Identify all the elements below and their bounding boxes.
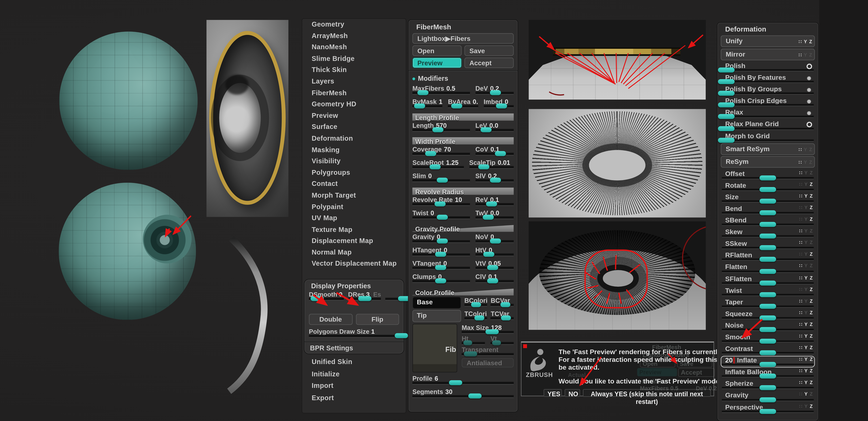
- axis-toggle-icons[interactable]: ∷YZ: [799, 357, 813, 362]
- fiber-texture-swatch[interactable]: Fib: [412, 324, 457, 373]
- slider-twist-handle[interactable]: [437, 215, 448, 220]
- slider-gravity-track[interactable]: [412, 240, 470, 243]
- skew-handle[interactable]: [760, 234, 776, 239]
- slider-scaletip[interactable]: ScaleTip0.01: [469, 159, 514, 172]
- polish-by-features-track[interactable]: [722, 81, 814, 83]
- spherize-slider[interactable]: Spherize∷YZ: [721, 379, 815, 391]
- profile-handle[interactable]: [449, 380, 462, 385]
- slider-byarea[interactable]: ByArea0.5: [448, 98, 478, 111]
- flatten-track[interactable]: [722, 270, 814, 272]
- slider-coverage[interactable]: Coverage70: [412, 145, 470, 158]
- vt-handle[interactable]: [492, 341, 501, 346]
- smooth-slider[interactable]: Smooth∷YZ: [721, 332, 815, 344]
- slider-rev-track[interactable]: [475, 203, 514, 206]
- polish-crisp-edges-track[interactable]: [722, 104, 814, 106]
- axis-toggle-icons[interactable]: ∷YZ: [799, 380, 813, 386]
- slider-htv-track[interactable]: [475, 254, 514, 256]
- slider-scaleroot-handle[interactable]: [429, 164, 440, 169]
- sskew-handle[interactable]: [760, 246, 776, 250]
- axis-toggle-icons[interactable]: ∷YZ: [799, 157, 812, 167]
- menu-item-displacement-map[interactable]: Displacement Map: [302, 235, 406, 247]
- menu-item-visibility[interactable]: Visibility: [302, 156, 406, 167]
- gravity-handle[interactable]: [760, 397, 776, 402]
- menu-item-polypaint[interactable]: Polypaint: [302, 201, 406, 213]
- bcoloriz-handle[interactable]: [471, 302, 481, 307]
- perspective-handle[interactable]: [760, 409, 776, 414]
- menu-item-preview[interactable]: Preview: [302, 110, 406, 121]
- max-size-slider[interactable]: Max Size128: [462, 324, 514, 334]
- offset-slider[interactable]: Offset∷YZ: [721, 169, 815, 181]
- circle-toggle-icon[interactable]: [806, 64, 812, 69]
- axis-toggle-icons[interactable]: ∷YZ: [799, 50, 812, 60]
- axis-toggle-icons[interactable]: ∷YZ: [799, 251, 813, 257]
- slider-clv[interactable]: ClV0.1: [475, 273, 514, 286]
- inflate-track[interactable]: [722, 364, 814, 366]
- menu-item-arraymesh[interactable]: ArrayMesh: [302, 30, 406, 41]
- relax-plane-grid-track[interactable]: [722, 128, 814, 130]
- slider-dev-handle[interactable]: [490, 90, 501, 95]
- tcoloriz-handle[interactable]: [474, 316, 485, 320]
- vt-slider[interactable]: Vt: [490, 335, 514, 345]
- es-slider[interactable]: [385, 291, 399, 300]
- slider-lev[interactable]: LeV0.0: [475, 122, 514, 134]
- gravity-slider[interactable]: Gravity∷YZ: [721, 391, 815, 403]
- sskew-slider[interactable]: SSkew∷YZ: [721, 239, 815, 251]
- sflatten-slider[interactable]: SFlatten∷YZ: [721, 274, 815, 286]
- twist-track[interactable]: [722, 294, 814, 296]
- slider-imbed-handle[interactable]: [496, 103, 507, 108]
- squeeze-track[interactable]: [722, 317, 814, 319]
- tip-color-button[interactable]: Tip: [412, 310, 461, 322]
- slider-revolve-rate-handle[interactable]: [434, 201, 445, 206]
- slider-scaletip-handle[interactable]: [478, 164, 489, 169]
- smooth-handle[interactable]: [760, 339, 776, 344]
- skew-track[interactable]: [722, 235, 814, 237]
- dsmooth-handle[interactable]: [310, 296, 324, 301]
- bcvar-handle[interactable]: [500, 302, 510, 307]
- sbend-handle[interactable]: [760, 222, 776, 227]
- menu-item-slime-bridge[interactable]: Slime Bridge: [302, 53, 406, 64]
- menu-item-nanomesh[interactable]: NanoMesh: [302, 42, 406, 53]
- menu-item-morph-target[interactable]: Morph Target: [302, 190, 406, 201]
- slider-htv-handle[interactable]: [483, 252, 494, 257]
- relax-track[interactable]: [722, 116, 814, 118]
- menu-item-geometry-hd[interactable]: Geometry HD: [302, 99, 406, 110]
- lightbox-fibers-button[interactable]: Lightbox▶Fibers: [412, 33, 514, 44]
- dres-handle[interactable]: [358, 296, 371, 301]
- noise-handle[interactable]: [760, 327, 776, 332]
- dres-slider[interactable]: DRes 3 Es: [348, 291, 381, 300]
- gravity-track[interactable]: [722, 399, 814, 401]
- slider-byarea-track[interactable]: [448, 105, 478, 108]
- slider-bymask-handle[interactable]: [414, 103, 425, 108]
- slider-vtv-handle[interactable]: [487, 265, 498, 270]
- polish-by-groups-slider[interactable]: Polish By Groups: [721, 85, 815, 96]
- rflatten-slider[interactable]: RFlatten∷YZ: [721, 251, 815, 263]
- tcvar-slider[interactable]: TCVar: [491, 310, 514, 323]
- bcvar-slider[interactable]: BCVar: [491, 297, 514, 309]
- menu-item-texture-map[interactable]: Texture Map: [302, 224, 406, 235]
- slider-rev[interactable]: ReV0.1: [475, 196, 514, 208]
- menu-item-masking[interactable]: Masking: [302, 144, 406, 156]
- tcoloriz-slider[interactable]: TColoriz: [464, 310, 487, 323]
- skew-slider[interactable]: Skew∷YZ: [721, 228, 815, 239]
- axis-toggle-icons[interactable]: ∷YZ: [799, 403, 813, 409]
- inflate-handle[interactable]: [760, 362, 776, 367]
- slider-gravity-handle[interactable]: [437, 238, 448, 244]
- slider-lev-handle[interactable]: [480, 127, 492, 132]
- perspective-track[interactable]: [722, 411, 814, 413]
- slider-scaleroot[interactable]: ScaleRoot1.25: [412, 159, 464, 172]
- polish-by-features-slider[interactable]: Polish By Features: [721, 73, 815, 85]
- size-handle[interactable]: [760, 199, 776, 203]
- taper-handle[interactable]: [760, 304, 776, 309]
- axis-toggle-icons[interactable]: ∷YZ: [799, 228, 813, 234]
- slider-twist[interactable]: Twist0: [412, 209, 470, 222]
- axis-toggle-icons[interactable]: ∷YZ: [799, 217, 813, 222]
- squeeze-handle[interactable]: [760, 316, 776, 320]
- slider-twv-track[interactable]: [475, 217, 514, 219]
- axis-toggle-icons[interactable]: ∷YZ: [799, 345, 813, 350]
- polish-by-groups-handle[interactable]: [718, 91, 735, 96]
- profile-slider[interactable]: Profile6: [412, 375, 514, 385]
- slider-imbed[interactable]: Imbed0: [484, 98, 514, 111]
- dsmooth-slider[interactable]: DSmooth 0: [309, 291, 344, 300]
- base-color-button[interactable]: Base: [412, 297, 461, 309]
- slider-cov[interactable]: CoV0.1: [475, 145, 514, 158]
